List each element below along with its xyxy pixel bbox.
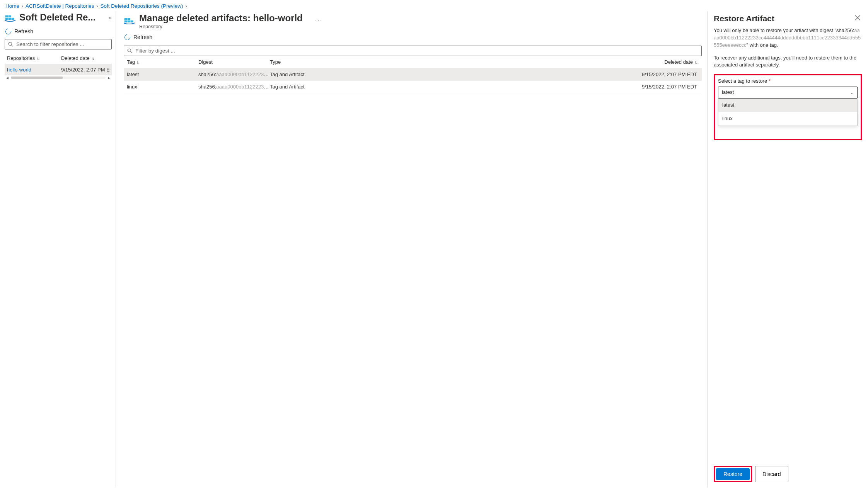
svg-rect-4: [12, 18, 14, 20]
panel-footer: Restore Discard: [714, 462, 862, 488]
breadcrumb-link[interactable]: ACRSoftDelete | Repositories: [26, 3, 94, 9]
refresh-icon: [123, 33, 131, 41]
svg-line-6: [12, 45, 13, 47]
chevron-right-icon: ›: [22, 3, 23, 9]
cell-digest: sha256:aaaa0000bb11222233c...: [198, 71, 270, 77]
discard-button[interactable]: Discard: [755, 466, 788, 482]
restore-highlight: Restore: [714, 466, 752, 482]
cell-date: 9/15/2022, 2:07 PM EDT: [341, 71, 699, 77]
artifacts-grid: Tag↑↓ Digest Type Deleted date↑↓ latest …: [124, 56, 702, 93]
svg-rect-10: [128, 20, 130, 22]
horizontal-scrollbar[interactable]: ◄ ►: [5, 75, 112, 80]
refresh-button[interactable]: Refresh: [124, 30, 707, 45]
repo-search-input[interactable]: [16, 41, 108, 47]
search-icon: [127, 48, 132, 53]
repo-date: 9/15/2022, 2:07 PM E: [61, 67, 109, 73]
svg-rect-8: [128, 18, 130, 20]
required-icon: *: [769, 78, 771, 85]
svg-line-13: [131, 52, 132, 53]
container-registry-icon: [124, 16, 135, 24]
repo-columns: Repositories↑↓ Deleted date↑↓: [5, 53, 112, 64]
chevron-right-icon: ›: [97, 3, 98, 9]
restore-panel: Restore Artifact You will only be able t…: [707, 11, 868, 488]
grid-header: Tag↑↓ Digest Type Deleted date↑↓: [124, 56, 702, 68]
sort-icon: ↑↓: [36, 56, 39, 61]
cell-tag: latest: [127, 71, 198, 77]
breadcrumb: Home › ACRSoftDelete | Repositories › So…: [0, 0, 868, 11]
refresh-label: Refresh: [14, 28, 33, 34]
breadcrumb-link[interactable]: Home: [5, 3, 19, 9]
cell-type: Tag and Artifact: [270, 71, 341, 77]
svg-point-5: [9, 42, 12, 45]
svg-rect-11: [131, 20, 133, 22]
close-button[interactable]: [853, 13, 862, 24]
col-tag[interactable]: Tag↑↓: [127, 59, 198, 65]
digest-filter[interactable]: [124, 46, 702, 56]
artifact-row[interactable]: linux sha256:aaaa0000bb11222233c... Tag …: [124, 81, 702, 93]
artifact-row[interactable]: latest sha256:aaaa0000bb11222233c... Tag…: [124, 68, 702, 81]
tag-select-label: Select a tag to restore*: [718, 78, 858, 85]
cell-date: 9/15/2022, 2:07 PM EDT: [341, 84, 699, 90]
container-registry-icon: [5, 13, 15, 22]
chevron-down-icon: ⌄: [850, 89, 854, 96]
search-icon: [8, 42, 13, 47]
page-subtitle: Repository: [139, 24, 303, 29]
tag-dropdown: latest linux: [718, 99, 858, 126]
repo-search[interactable]: [5, 39, 112, 49]
svg-rect-9: [124, 20, 127, 22]
sort-icon: ↑↓: [91, 56, 94, 61]
scroll-thumb[interactable]: [11, 77, 63, 79]
more-icon[interactable]: ···: [315, 13, 322, 24]
refresh-label: Refresh: [133, 34, 152, 40]
artifacts-panel: Manage deleted artifacts: hello-world Re…: [116, 11, 707, 488]
svg-rect-7: [124, 18, 127, 20]
svg-rect-0: [5, 15, 8, 17]
svg-rect-2: [5, 18, 8, 20]
cell-tag: linux: [127, 84, 198, 90]
refresh-button[interactable]: Refresh: [5, 24, 112, 39]
scroll-track[interactable]: [11, 77, 106, 79]
restore-note: To recover any additional tags, you'll n…: [714, 54, 862, 69]
col-deleted-date[interactable]: Deleted date↑↓: [341, 59, 699, 65]
tag-option[interactable]: linux: [718, 112, 857, 126]
collapse-icon[interactable]: «: [109, 15, 112, 20]
svg-rect-3: [9, 18, 11, 20]
col-type[interactable]: Type: [270, 59, 341, 65]
cell-digest: sha256:aaaa0000bb11222233c...: [198, 84, 270, 90]
sort-icon: ↑↓: [136, 60, 139, 65]
cell-type: Tag and Artifact: [270, 84, 341, 90]
tag-option[interactable]: latest: [718, 99, 857, 112]
panel-body: You will only be able to restore your ar…: [714, 27, 862, 140]
panel-title: Restore Artifact: [714, 14, 774, 23]
breadcrumb-link[interactable]: Soft Deleted Repositories (Preview): [101, 3, 183, 9]
tag-select-highlight: Select a tag to restore* latest ⌄ latest…: [714, 74, 862, 140]
repo-name: hello-world: [7, 67, 61, 73]
repo-row[interactable]: hello-world 9/15/2022, 2:07 PM E: [5, 64, 112, 75]
refresh-icon: [4, 27, 12, 36]
repositories-panel: Soft Deleted Re... « Refresh Repositorie…: [0, 11, 116, 488]
close-icon: [855, 15, 860, 20]
sort-icon: ↑↓: [694, 60, 697, 65]
panel-title: Soft Deleted Re...: [19, 12, 95, 23]
svg-point-12: [128, 49, 131, 52]
restore-description: You will only be able to restore your ar…: [714, 27, 862, 49]
svg-rect-1: [9, 15, 11, 17]
scroll-right-icon[interactable]: ►: [107, 76, 111, 80]
col-digest[interactable]: Digest: [198, 59, 270, 65]
scroll-left-icon[interactable]: ◄: [5, 76, 9, 80]
tag-select[interactable]: latest ⌄: [718, 87, 858, 99]
page-title: Manage deleted artifacts: hello-world: [139, 13, 303, 24]
restore-button[interactable]: Restore: [716, 468, 750, 480]
chevron-right-icon: ›: [185, 3, 187, 9]
col-deleted-date[interactable]: Deleted date↑↓: [61, 55, 109, 61]
col-repositories[interactable]: Repositories↑↓: [7, 55, 61, 61]
digest-filter-input[interactable]: [135, 48, 698, 54]
tag-select-value: latest: [722, 89, 850, 96]
